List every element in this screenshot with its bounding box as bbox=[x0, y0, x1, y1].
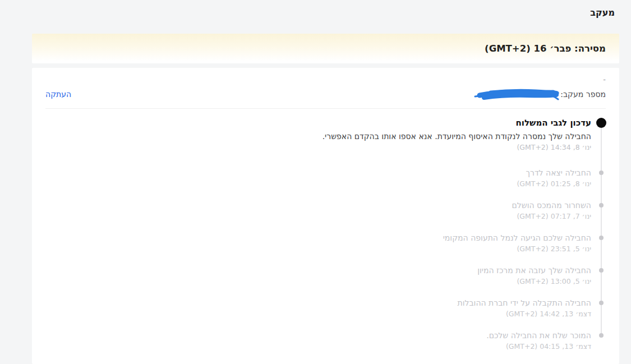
timeline-entry: השחרור מהמכס הושלם ינו׳ 7, 07:17 (GMT+2) bbox=[45, 200, 606, 222]
step-dot-icon bbox=[599, 236, 604, 240]
timeline-entry-title: החבילה שלכם הגיעה לנמל התעופה המקומי bbox=[45, 232, 591, 243]
tracking-card: - מספר מעקב: העתקה עדכון לגבי המשלוח החב… bbox=[32, 68, 619, 364]
timeline-entry-title: החבילה יצאה לדרך bbox=[45, 167, 591, 178]
shipment-timeline: עדכון לגבי המשלוח החבילה שלך נמסרה לנקוד… bbox=[45, 117, 606, 352]
divider bbox=[45, 108, 606, 109]
tracking-number-row: מספר מעקב: העתקה bbox=[45, 87, 606, 101]
timeline-entry-title: השחרור מהמכס הושלם bbox=[45, 200, 591, 211]
page-title: מעקב bbox=[590, 7, 615, 19]
step-dot-icon bbox=[599, 171, 604, 175]
copy-tracking-number-link[interactable]: העתקה bbox=[45, 90, 71, 99]
timeline-entry-timestamp: דצמ׳ 13, 04:15 (GMT+2) bbox=[45, 341, 591, 352]
delivery-estimate-text: מסירה: פבר׳ 16 (GMT+2) bbox=[485, 43, 606, 54]
timeline-entry: החבילה יצאה לדרך ינו׳ 8, 01:25 (GMT+2) bbox=[45, 167, 606, 190]
redacted-tracking-number-scribble bbox=[474, 88, 559, 102]
step-dot-icon bbox=[599, 333, 604, 338]
delivery-banner: מסירה: פבר׳ 16 (GMT+2) bbox=[32, 34, 619, 63]
tracking-number-group: מספר מעקב: bbox=[474, 87, 606, 102]
tracking-number-label: מספר מעקב: bbox=[560, 90, 606, 99]
step-dot-icon bbox=[599, 268, 604, 273]
active-step-dot-icon bbox=[596, 118, 606, 128]
step-dot-icon bbox=[599, 301, 604, 305]
timeline-entry-timestamp: ינו׳ 7, 07:17 (GMT+2) bbox=[45, 211, 591, 222]
timeline-entry: החבילה שלכם הגיעה לנמל התעופה המקומי ינו… bbox=[45, 232, 606, 255]
timeline-entry: החבילה התקבלה על ידי חברת ההובלות דצמ׳ 1… bbox=[45, 297, 606, 320]
timeline-entry: המוכר שלח את החבילה שלכם. דצמ׳ 13, 04:15… bbox=[45, 330, 606, 352]
timeline-entry-body: החבילה שלך נמסרה לנקודת האיסוף המיועדת. … bbox=[45, 130, 591, 142]
timeline-entry-current: עדכון לגבי המשלוח החבילה שלך נמסרה לנקוד… bbox=[45, 117, 606, 153]
timeline-entry-timestamp: ינו׳ 5, 23:51 (GMT+2) bbox=[45, 243, 591, 255]
timeline-entry: החבילה שלך עזבה את מרכז המיון ינו׳ 5, 13… bbox=[45, 265, 606, 287]
timeline-entry-title: החבילה התקבלה על ידי חברת ההובלות bbox=[45, 297, 591, 308]
placeholder-dash: - bbox=[45, 76, 606, 84]
timeline-entry-title: החבילה שלך עזבה את מרכז המיון bbox=[45, 265, 591, 276]
step-dot-icon bbox=[599, 203, 604, 208]
timeline-entry-timestamp: ינו׳ 8, 14:34 (GMT+2) bbox=[45, 142, 591, 153]
timeline-entry-timestamp: דצמ׳ 13, 14:42 (GMT+2) bbox=[45, 308, 591, 320]
timeline-entry-timestamp: ינו׳ 5, 13:00 (GMT+2) bbox=[45, 276, 591, 287]
timeline-entry-title: המוכר שלח את החבילה שלכם. bbox=[45, 330, 591, 341]
timeline-entry-title: עדכון לגבי המשלוח bbox=[45, 117, 591, 129]
tracking-page: { "page": { "title": "מעקב" }, "banner":… bbox=[0, 0, 631, 364]
timeline-entry-timestamp: ינו׳ 8, 01:25 (GMT+2) bbox=[45, 178, 591, 190]
